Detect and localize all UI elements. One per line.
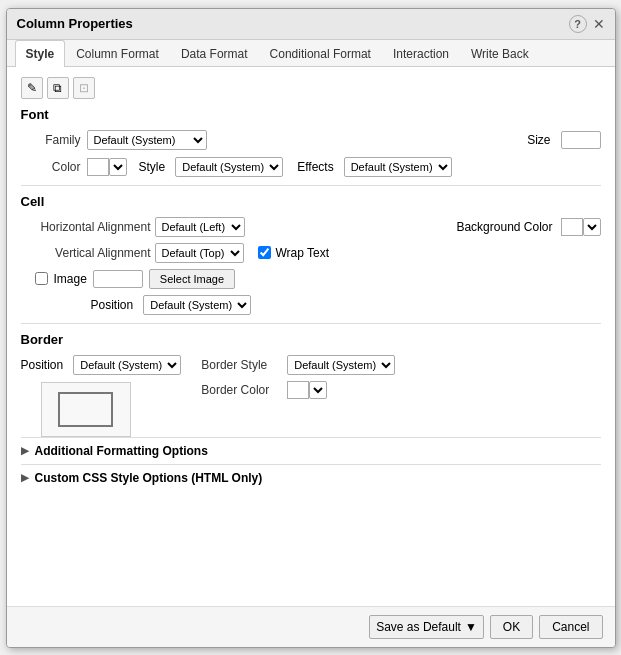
save-default-label: Save as Default (376, 620, 461, 634)
border-color-swatch (287, 381, 309, 399)
image-path-input[interactable] (93, 270, 143, 288)
font-color-swatch (87, 158, 109, 176)
close-icon[interactable]: ✕ (593, 16, 605, 32)
border-style-row: Border Style Default (System) Solid Dash… (201, 355, 395, 375)
image-position-select[interactable]: Default (System) Above Below Left Right (143, 295, 251, 315)
border-color-dropdown[interactable]: ▼ (309, 381, 327, 399)
border-color-control: ▼ (287, 381, 327, 399)
h-align-select[interactable]: Default (Left) Left Center Right (155, 217, 245, 237)
font-section-label: Font (21, 107, 601, 122)
font-size-input[interactable] (561, 131, 601, 149)
wrap-text-row: Wrap Text (258, 246, 330, 260)
v-align-label: Vertical Alignment (21, 246, 151, 260)
v-align-select[interactable]: Default (Top) Top Middle Bottom (155, 243, 244, 263)
border-section: Border Position Default (System) None Al… (21, 332, 601, 437)
image-position-label: Position (91, 298, 134, 312)
font-color-dropdown[interactable]: ▼ (109, 158, 127, 176)
bg-color-control: ▼ (561, 218, 601, 236)
accordion-additional-label: Additional Formatting Options (35, 444, 208, 458)
font-family-row: Family Default (System) Arial Times New … (21, 130, 601, 150)
cell-section: Cell Horizontal Alignment Default (Left)… (21, 194, 601, 315)
font-style-row: Color ▼ Style Default (System) Normal Bo… (21, 157, 601, 177)
h-align-label: Horizontal Alignment (21, 220, 151, 234)
border-position-select[interactable]: Default (System) None All Top Bottom Lef… (73, 355, 181, 375)
tab-interaction[interactable]: Interaction (382, 40, 460, 67)
edit-icon-button[interactable]: ✎ (21, 77, 43, 99)
accordion-custom-css: ▶ Custom CSS Style Options (HTML Only) (21, 464, 601, 491)
tab-data-format[interactable]: Data Format (170, 40, 259, 67)
border-position-label: Position (21, 358, 64, 372)
image-row: Image Select Image (35, 269, 601, 289)
bg-color-label: Background Color (456, 220, 552, 234)
tab-write-back[interactable]: Write Back (460, 40, 540, 67)
font-effects-label: Effects (297, 160, 333, 174)
toolbar-icons: ✎ ⧉ ⊡ (21, 77, 601, 99)
column-properties-dialog: Column Properties ? ✕ Style Column Forma… (6, 8, 616, 648)
font-section: Font Family Default (System) Arial Times… (21, 107, 601, 177)
image-checkbox[interactable] (35, 272, 48, 285)
bg-color-dropdown[interactable]: ▼ (583, 218, 601, 236)
font-color-control: ▼ (87, 158, 127, 176)
border-preview-inner (58, 392, 113, 427)
border-color-label: Border Color (201, 383, 281, 397)
border-section-label: Border (21, 332, 601, 347)
image-position-row: Position Default (System) Above Below Le… (91, 295, 601, 315)
border-controls: Border Style Default (System) Solid Dash… (201, 355, 395, 399)
select-image-button[interactable]: Select Image (149, 269, 235, 289)
font-family-label: Family (21, 133, 81, 147)
border-position-row: Position Default (System) None All Top B… (21, 355, 182, 375)
dialog-title: Column Properties (17, 16, 133, 31)
accordion-additional: ▶ Additional Formatting Options (21, 437, 601, 464)
font-color-label: Color (21, 160, 81, 174)
border-row: Position Default (System) None All Top B… (21, 355, 601, 437)
help-icon[interactable]: ? (569, 15, 587, 33)
border-style-select[interactable]: Default (System) Solid Dashed Dotted (287, 355, 395, 375)
image-label: Image (54, 272, 87, 286)
border-color-row: Border Color ▼ (201, 381, 395, 399)
accordion-additional-header[interactable]: ▶ Additional Formatting Options (21, 444, 601, 458)
tab-bar: Style Column Format Data Format Conditio… (7, 40, 615, 67)
content-area: ✎ ⧉ ⊡ Font Family Default (System) Arial… (7, 67, 615, 606)
accordion-custom-css-header[interactable]: ▶ Custom CSS Style Options (HTML Only) (21, 471, 601, 485)
font-family-select[interactable]: Default (System) Arial Times New Roman (87, 130, 207, 150)
accordion-additional-arrow: ▶ (21, 445, 29, 456)
paste-icon-button[interactable]: ⊡ (73, 77, 95, 99)
font-size-label: Size (527, 133, 550, 147)
font-style-select[interactable]: Default (System) Normal Bold Italic (175, 157, 283, 177)
tab-conditional-format[interactable]: Conditional Format (259, 40, 382, 67)
ok-button[interactable]: OK (490, 615, 533, 639)
cancel-button[interactable]: Cancel (539, 615, 602, 639)
font-effects-select[interactable]: Default (System) None Underline (344, 157, 452, 177)
cell-v-align-row: Vertical Alignment Default (Top) Top Mid… (21, 243, 601, 263)
save-default-dropdown-icon: ▼ (465, 620, 477, 634)
border-style-label: Border Style (201, 358, 281, 372)
cell-section-label: Cell (21, 194, 601, 209)
save-default-button[interactable]: Save as Default ▼ (369, 615, 484, 639)
font-style-label: Style (139, 160, 166, 174)
border-preview (41, 382, 131, 437)
bg-color-swatch (561, 218, 583, 236)
border-preview-container: Position Default (System) None All Top B… (21, 355, 182, 437)
tab-column-format[interactable]: Column Format (65, 40, 170, 67)
wrap-text-checkbox[interactable] (258, 246, 271, 259)
titlebar: Column Properties ? ✕ (7, 9, 615, 40)
titlebar-icons: ? ✕ (569, 15, 605, 33)
accordion-custom-css-arrow: ▶ (21, 472, 29, 483)
copy-icon-button[interactable]: ⧉ (47, 77, 69, 99)
accordion-custom-css-label: Custom CSS Style Options (HTML Only) (35, 471, 263, 485)
wrap-text-label: Wrap Text (276, 246, 330, 260)
footer: Save as Default ▼ OK Cancel (7, 606, 615, 647)
cell-h-align-row: Horizontal Alignment Default (Left) Left… (21, 217, 601, 237)
tab-style[interactable]: Style (15, 40, 66, 67)
